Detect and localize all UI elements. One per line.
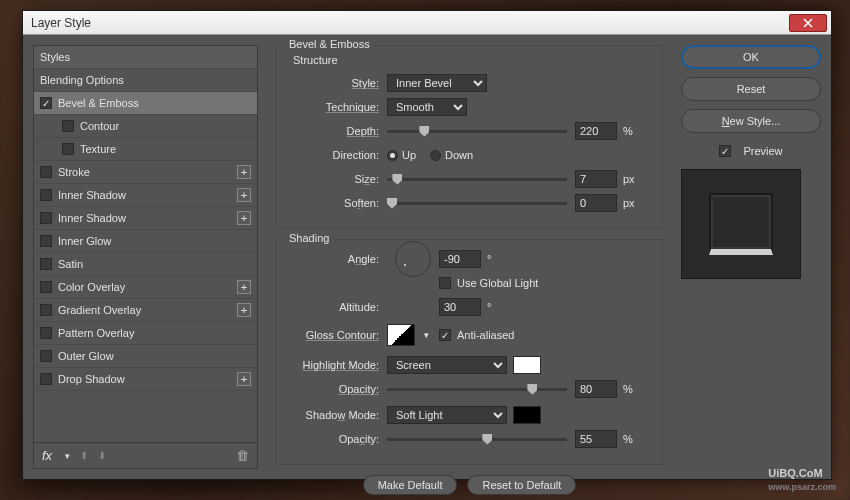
- close-button[interactable]: [789, 14, 827, 32]
- add-inner-shadow-1[interactable]: +: [237, 188, 251, 202]
- style-satin[interactable]: Satin: [34, 253, 257, 276]
- style-select[interactable]: Inner Bevel: [387, 74, 487, 92]
- angle-label: Angle:: [289, 253, 387, 265]
- angle-dial[interactable]: [395, 241, 431, 277]
- checkbox-outer-glow[interactable]: [40, 350, 52, 362]
- style-inner-shadow-1[interactable]: Inner Shadow+: [34, 184, 257, 207]
- shadow-color-swatch[interactable]: [513, 406, 541, 424]
- checkbox-texture[interactable]: [62, 143, 74, 155]
- trash-icon[interactable]: 🗑: [236, 448, 249, 463]
- style-inner-shadow-2[interactable]: Inner Shadow+: [34, 207, 257, 230]
- altitude-input[interactable]: [439, 298, 481, 316]
- altitude-label: Altitude:: [289, 301, 387, 313]
- shadow-opacity-slider[interactable]: [387, 438, 567, 441]
- preview-thumbnail: [681, 169, 801, 279]
- checkbox-color-overlay[interactable]: [40, 281, 52, 293]
- panel-title: Bevel & Emboss: [285, 38, 374, 50]
- radio-up[interactable]: [387, 150, 398, 161]
- global-light-checkbox[interactable]: [439, 277, 451, 289]
- style-pattern-overlay[interactable]: Pattern Overlay: [34, 322, 257, 345]
- radio-down[interactable]: [430, 150, 441, 161]
- highlight-opacity-label: Opacity:: [289, 383, 387, 395]
- checkbox-drop-shadow[interactable]: [40, 373, 52, 385]
- soften-input[interactable]: [575, 194, 617, 212]
- soften-slider[interactable]: [387, 202, 567, 205]
- preview-checkbox[interactable]: [719, 145, 731, 157]
- reset-default-button[interactable]: Reset to Default: [467, 475, 576, 495]
- dialog-title: Layer Style: [31, 16, 91, 30]
- highlight-mode-label: Highlight Mode:: [289, 359, 387, 371]
- structure-label: Structure: [293, 54, 650, 66]
- gloss-contour-label: Gloss Contour:: [289, 329, 387, 341]
- style-outer-glow[interactable]: Outer Glow: [34, 345, 257, 368]
- highlight-mode-select[interactable]: Screen: [387, 356, 507, 374]
- reset-button[interactable]: Reset: [681, 77, 821, 101]
- close-icon: [803, 18, 813, 28]
- checkbox-contour[interactable]: [62, 120, 74, 132]
- highlight-opacity-slider[interactable]: [387, 388, 567, 391]
- move-down-icon[interactable]: ⬇: [98, 450, 106, 461]
- checkbox-inner-shadow-1[interactable]: [40, 189, 52, 201]
- checkbox-gradient-overlay[interactable]: [40, 304, 52, 316]
- fx-chevron-icon: ▾: [65, 451, 70, 461]
- style-contour[interactable]: Contour: [34, 115, 257, 138]
- size-label: Size:: [289, 173, 387, 185]
- ok-button[interactable]: OK: [681, 45, 821, 69]
- contour-chevron-icon[interactable]: ▾: [424, 330, 429, 340]
- style-drop-shadow[interactable]: Drop Shadow+: [34, 368, 257, 391]
- checkbox-stroke[interactable]: [40, 166, 52, 178]
- styles-header[interactable]: Styles: [34, 46, 257, 69]
- styles-footer: fx▾ ⬆ ⬇ 🗑: [33, 443, 258, 469]
- add-drop-shadow[interactable]: +: [237, 372, 251, 386]
- depth-label: Depth:: [289, 125, 387, 137]
- add-stroke[interactable]: +: [237, 165, 251, 179]
- size-slider[interactable]: [387, 178, 567, 181]
- blending-options[interactable]: Blending Options: [34, 69, 257, 92]
- titlebar: Layer Style: [23, 11, 831, 35]
- add-gradient-overlay[interactable]: +: [237, 303, 251, 317]
- make-default-button[interactable]: Make Default: [363, 475, 458, 495]
- checkbox-inner-glow[interactable]: [40, 235, 52, 247]
- gloss-contour-picker[interactable]: [387, 324, 415, 346]
- checkbox-satin[interactable]: [40, 258, 52, 270]
- shadow-opacity-input[interactable]: [575, 430, 617, 448]
- style-bevel-emboss[interactable]: Bevel & Emboss: [34, 92, 257, 115]
- fx-menu[interactable]: fx: [42, 448, 52, 463]
- new-style-button[interactable]: New Style...: [681, 109, 821, 133]
- style-inner-glow[interactable]: Inner Glow: [34, 230, 257, 253]
- depth-input[interactable]: [575, 122, 617, 140]
- styles-panel: Styles Blending Options Bevel & Emboss C…: [33, 45, 258, 469]
- style-gradient-overlay[interactable]: Gradient Overlay+: [34, 299, 257, 322]
- depth-slider[interactable]: [387, 130, 567, 133]
- checkbox-pattern-overlay[interactable]: [40, 327, 52, 339]
- style-stroke[interactable]: Stroke+: [34, 161, 257, 184]
- highlight-color-swatch[interactable]: [513, 356, 541, 374]
- style-color-overlay[interactable]: Color Overlay+: [34, 276, 257, 299]
- highlight-opacity-input[interactable]: [575, 380, 617, 398]
- shadow-mode-label: Shadow Mode:: [289, 409, 387, 421]
- technique-select[interactable]: Smooth: [387, 98, 467, 116]
- checkbox-inner-shadow-2[interactable]: [40, 212, 52, 224]
- shadow-mode-select[interactable]: Soft Light: [387, 406, 507, 424]
- direction-label: Direction:: [289, 149, 387, 161]
- technique-label: Technique:: [289, 101, 387, 113]
- layer-style-dialog: Layer Style Styles Blending Options Beve…: [22, 10, 832, 480]
- watermark: UiBQ.CoMwww.psarz.com: [768, 461, 836, 492]
- action-panel: OK Reset New Style... Preview: [681, 45, 821, 469]
- soften-label: Soften:: [289, 197, 387, 209]
- shading-label: Shading: [285, 232, 333, 244]
- antialiased-checkbox[interactable]: [439, 329, 451, 341]
- shadow-opacity-label: Opacity:: [289, 433, 387, 445]
- style-label: Style:: [289, 77, 387, 89]
- settings-panel: Bevel & Emboss Structure Style:Inner Bev…: [268, 45, 671, 469]
- size-input[interactable]: [575, 170, 617, 188]
- add-color-overlay[interactable]: +: [237, 280, 251, 294]
- checkbox-bevel[interactable]: [40, 97, 52, 109]
- style-texture[interactable]: Texture: [34, 138, 257, 161]
- move-up-icon[interactable]: ⬆: [80, 450, 88, 461]
- angle-input[interactable]: [439, 250, 481, 268]
- add-inner-shadow-2[interactable]: +: [237, 211, 251, 225]
